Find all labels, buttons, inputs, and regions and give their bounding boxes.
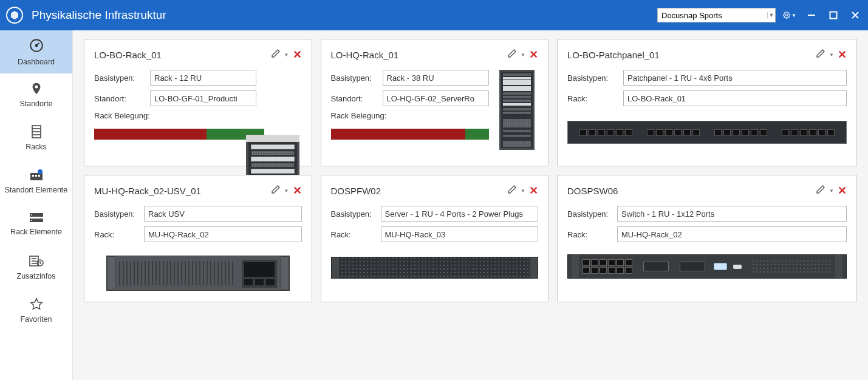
edit-button[interactable] bbox=[271, 185, 281, 197]
minimize-icon bbox=[807, 11, 816, 19]
nav-racks[interactable]: Racks bbox=[0, 117, 72, 160]
field-label: Rack Belegung: bbox=[94, 111, 264, 120]
svg-rect-13 bbox=[35, 175, 37, 177]
nav-standorte[interactable]: Standorte bbox=[0, 73, 72, 117]
pencil-icon bbox=[816, 49, 825, 58]
nav-label: Rack Elemente bbox=[10, 228, 62, 236]
server-preview-image bbox=[331, 257, 539, 279]
standort-input[interactable] bbox=[150, 90, 256, 106]
card-rack-lo-bo-rack-01: LO-BO-Rack_01 ▼ ✕ Basistypen: Stan bbox=[84, 39, 312, 166]
pencil-icon bbox=[816, 185, 825, 194]
delete-button[interactable]: ✕ bbox=[529, 48, 538, 61]
settings-button[interactable]: ▼ bbox=[783, 8, 796, 22]
card-switch: DOSPSW06 ▼ ✕ Basistypen: Rack: bbox=[557, 175, 857, 302]
location-icon bbox=[30, 82, 43, 97]
maximize-icon bbox=[829, 11, 838, 19]
edit-dropdown[interactable]: ▼ bbox=[284, 52, 289, 58]
card-title: LO-BO-Patchpanel_01 bbox=[567, 50, 816, 60]
pencil-icon bbox=[507, 49, 517, 58]
tenant-selector[interactable]: ▼ bbox=[657, 8, 776, 22]
rack-input[interactable] bbox=[144, 226, 302, 242]
nav-standort-elemente[interactable]: Standort Elemente bbox=[0, 160, 72, 203]
basistypen-input[interactable] bbox=[617, 206, 847, 222]
rack-input[interactable] bbox=[617, 226, 847, 242]
usage-bar bbox=[331, 129, 489, 140]
gear-icon bbox=[783, 9, 790, 21]
basistypen-input[interactable] bbox=[623, 70, 847, 86]
edit-dropdown[interactable]: ▼ bbox=[521, 52, 525, 58]
delete-button[interactable]: ✕ bbox=[529, 184, 538, 197]
field-label: Basistypen: bbox=[94, 73, 150, 83]
chevron-down-icon: ▼ bbox=[791, 13, 796, 18]
field-label: Basistypen: bbox=[331, 209, 381, 219]
field-label: Basistypen: bbox=[567, 209, 617, 219]
edit-button[interactable] bbox=[507, 185, 517, 197]
edit-button[interactable] bbox=[507, 49, 517, 61]
tenant-selector-dropdown[interactable]: ▼ bbox=[767, 12, 775, 18]
basistypen-input[interactable] bbox=[381, 206, 539, 222]
field-label: Basistypen: bbox=[567, 73, 623, 83]
delete-button[interactable]: ✕ bbox=[838, 184, 847, 197]
app-logo bbox=[6, 7, 23, 24]
svg-point-15 bbox=[38, 169, 43, 174]
edit-dropdown[interactable]: ▼ bbox=[521, 188, 525, 194]
edit-button[interactable] bbox=[816, 185, 825, 197]
svg-rect-14 bbox=[38, 175, 40, 177]
pencil-icon bbox=[507, 185, 517, 194]
minimize-button[interactable] bbox=[805, 8, 818, 22]
nav-dashboard[interactable]: Dashboard bbox=[0, 30, 72, 73]
edit-dropdown[interactable]: ▼ bbox=[829, 52, 834, 58]
usage-free bbox=[465, 129, 489, 140]
field-label: Standort: bbox=[94, 94, 150, 103]
site-element-icon bbox=[29, 168, 44, 183]
svg-rect-2 bbox=[830, 12, 837, 19]
card-title: DOSPSW06 bbox=[567, 186, 816, 196]
field-label: Basistypen: bbox=[94, 209, 144, 219]
nav-label: Dashboard bbox=[18, 58, 55, 66]
field-label: Rack: bbox=[94, 230, 144, 239]
field-label: Standort: bbox=[331, 94, 383, 103]
svg-point-6 bbox=[35, 45, 37, 47]
nav-label: Racks bbox=[26, 143, 47, 151]
usage-used bbox=[94, 129, 207, 140]
edit-dropdown[interactable]: ▼ bbox=[829, 188, 834, 194]
svg-marker-25 bbox=[30, 299, 41, 309]
basistypen-input[interactable] bbox=[144, 206, 302, 222]
field-label: Rack Belegung: bbox=[331, 111, 489, 120]
delete-button[interactable]: ✕ bbox=[838, 48, 847, 61]
card-title: LO-HQ-Rack_01 bbox=[331, 50, 508, 60]
edit-button[interactable] bbox=[271, 49, 281, 61]
close-icon bbox=[851, 11, 859, 19]
rack-input[interactable] bbox=[623, 90, 847, 106]
card-ups: MU-HQ-Rack_02-USV_01 ▼ ✕ Basistypen: Rac… bbox=[84, 175, 312, 302]
star-icon bbox=[30, 297, 43, 313]
basistypen-input[interactable] bbox=[150, 70, 256, 86]
edit-dropdown[interactable]: ▼ bbox=[284, 188, 289, 194]
sidebar: Dashboard Standorte Racks Standort Eleme… bbox=[0, 30, 73, 380]
card-patchpanel: LO-BO-Patchpanel_01 ▼ ✕ Basistypen: Rack… bbox=[557, 39, 857, 166]
pencil-icon bbox=[271, 185, 281, 194]
basistypen-input[interactable] bbox=[383, 70, 489, 86]
tenant-selector-input[interactable] bbox=[658, 11, 767, 20]
rack-input[interactable] bbox=[381, 226, 539, 242]
delete-button[interactable]: ✕ bbox=[293, 184, 302, 197]
close-button[interactable] bbox=[849, 8, 862, 22]
patchpanel-preview-image bbox=[567, 121, 847, 144]
nav-rack-elemente[interactable]: Rack Elemente bbox=[0, 203, 72, 246]
rack-icon bbox=[31, 125, 42, 140]
delete-button[interactable]: ✕ bbox=[293, 48, 302, 61]
maximize-button[interactable] bbox=[827, 8, 840, 22]
standort-input[interactable] bbox=[383, 90, 489, 106]
card-title: MU-HQ-Rack_02-USV_01 bbox=[94, 186, 271, 196]
usage-bar bbox=[94, 129, 264, 140]
edit-button[interactable] bbox=[816, 49, 825, 61]
switch-preview-image bbox=[567, 254, 847, 279]
field-label: Rack: bbox=[567, 94, 623, 103]
nav-zusatzinfos[interactable]: Zusatzinfos bbox=[0, 246, 72, 289]
dashboard-icon bbox=[29, 38, 44, 55]
card-rack-lo-hq-rack-01: LO-HQ-Rack_01 ▼ ✕ Basistypen: Standort: bbox=[321, 39, 549, 166]
nav-favoriten[interactable]: Favoriten bbox=[0, 289, 72, 332]
svg-point-0 bbox=[786, 14, 788, 16]
ups-preview-image bbox=[106, 256, 290, 291]
svg-point-18 bbox=[31, 214, 32, 215]
